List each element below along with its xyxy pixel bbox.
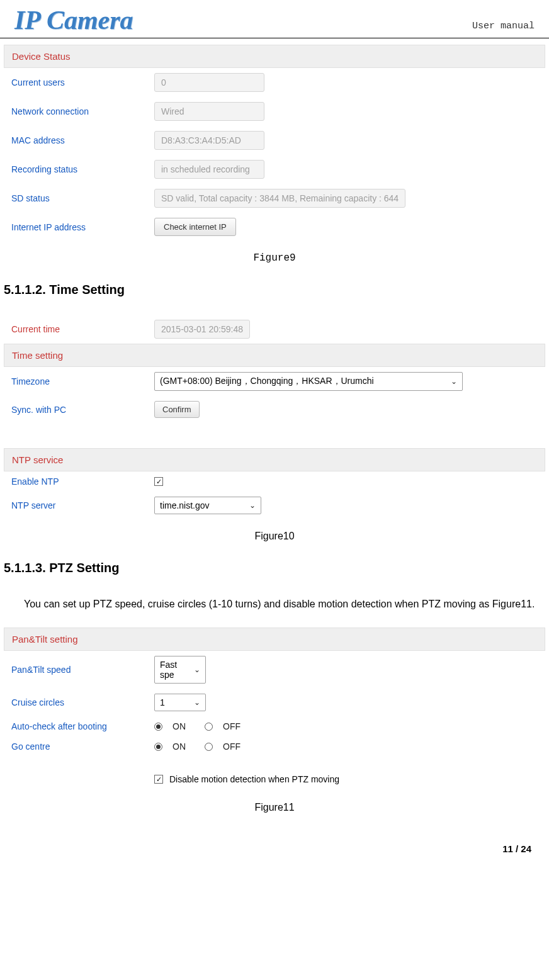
row-pantilt-speed: Pan&Tilt speed Fast spe ⌄ xyxy=(4,651,545,689)
radio-label: ON xyxy=(173,721,186,731)
select-value: 1 xyxy=(160,697,165,707)
time-setting-panel: Current time 2015-03-01 20:59:48 Time se… xyxy=(4,315,545,519)
confirm-button[interactable]: Confirm xyxy=(154,401,200,418)
row-network-connection: Network connection Wired xyxy=(4,97,545,126)
header-label: User manual xyxy=(472,21,535,35)
row-cruise-circles: Cruise circles 1 ⌄ xyxy=(4,689,545,716)
label: Recording status xyxy=(6,164,154,174)
heading-ptz-setting: 5.1.1.3. PTZ Setting xyxy=(4,561,545,575)
row-recording-status: Recording status in scheduled recording xyxy=(4,155,545,184)
figure9-caption: Figure9 xyxy=(4,252,545,264)
label: MAC address xyxy=(6,135,154,145)
label: Current users xyxy=(6,77,154,87)
timezone-select[interactable]: (GMT+08:00) Beijing，Chongqing，HKSAR，Urum… xyxy=(154,372,463,391)
label: Go centre xyxy=(6,741,154,752)
cruise-select[interactable]: 1 ⌄ xyxy=(154,694,206,711)
value-input: SD valid, Total capacity : 3844 MB, Rema… xyxy=(154,189,405,208)
select-value: Fast spe xyxy=(160,660,189,680)
ntp-server-select[interactable]: time.nist.gov ⌄ xyxy=(154,497,261,514)
figure11-caption: Figure11 xyxy=(4,802,545,813)
label: Internet IP address xyxy=(6,222,154,232)
row-sd-status: SD status SD valid, Total capacity : 384… xyxy=(4,184,545,213)
section-title: Device Status xyxy=(4,45,545,68)
row-mac-address: MAC address D8:A3:C3:A4:D5:AD xyxy=(4,126,545,155)
logo: IP Camera xyxy=(14,5,133,35)
enable-ntp-checkbox[interactable]: ✓ xyxy=(154,477,163,486)
gocentre-on-radio[interactable] xyxy=(154,743,162,751)
row-current-users: Current users 0 xyxy=(4,68,545,97)
page-header: IP Camera User manual xyxy=(0,0,549,38)
speed-select[interactable]: Fast spe ⌄ xyxy=(154,656,206,684)
radio-label: OFF xyxy=(223,721,241,731)
label: Pan&Tilt speed xyxy=(6,665,154,675)
label: Auto-check after booting xyxy=(6,721,154,731)
section-title: Pan&Tilt setting xyxy=(4,628,545,651)
label: SD status xyxy=(6,193,154,203)
section-title: Time setting xyxy=(4,344,545,367)
label: Timezone xyxy=(6,376,154,386)
chevron-down-icon: ⌄ xyxy=(249,501,256,510)
value-input: Wired xyxy=(154,102,264,121)
row-internet-ip: Internet IP address Check internet IP xyxy=(4,213,545,241)
row-ntp-server: NTP server time.nist.gov ⌄ xyxy=(4,492,545,519)
pan-tilt-panel: Pan&Tilt setting Pan&Tilt speed Fast spe… xyxy=(4,628,545,791)
figure10-caption: Figure10 xyxy=(4,531,545,542)
radio-label: OFF xyxy=(223,741,241,752)
value-input: in scheduled recording xyxy=(154,160,264,179)
page-number: 11 / 24 xyxy=(0,832,549,860)
chevron-down-icon: ⌄ xyxy=(194,665,200,674)
row-sync-pc: Sync. with PC Confirm xyxy=(4,396,545,423)
heading-time-setting: 5.1.1.2. Time Setting xyxy=(4,283,545,297)
value-input: D8:A3:C3:A4:D5:AD xyxy=(154,131,264,150)
label: Current time xyxy=(6,324,154,334)
chevron-down-icon: ⌄ xyxy=(194,698,200,707)
check-internet-ip-button[interactable]: Check internet IP xyxy=(154,218,236,236)
row-current-time: Current time 2015-03-01 20:59:48 xyxy=(4,315,545,344)
value-input: 2015-03-01 20:59:48 xyxy=(154,320,250,339)
label: Cruise circles xyxy=(6,697,154,707)
row-auto-check: Auto-check after booting ON OFF xyxy=(4,716,545,736)
device-status-panel: Device Status Current users 0 Network co… xyxy=(4,45,545,241)
label: NTP server xyxy=(6,500,154,510)
disable-motion-checkbox[interactable]: ✓ xyxy=(154,775,163,784)
row-go-centre: Go centre ON OFF xyxy=(4,736,545,757)
row-enable-ntp: Enable NTP ✓ xyxy=(4,471,545,492)
ptz-description: You can set up PTZ speed, cruise circles… xyxy=(4,593,545,615)
radio-label: ON xyxy=(173,741,186,752)
select-value: (GMT+08:00) Beijing，Chongqing，HKSAR，Urum… xyxy=(160,376,374,387)
row-timezone: Timezone (GMT+08:00) Beijing，Chongqing，H… xyxy=(4,367,545,396)
value-input: 0 xyxy=(154,73,264,92)
row-disable-motion: ✓ Disable motion detection when PTZ movi… xyxy=(152,757,545,791)
checkbox-label: Disable motion detection when PTZ moving xyxy=(169,774,339,784)
label: Network connection xyxy=(6,106,154,116)
section-title: NTP service xyxy=(4,448,545,471)
select-value: time.nist.gov xyxy=(160,500,210,510)
label: Sync. with PC xyxy=(6,405,154,415)
autocheck-off-radio[interactable] xyxy=(205,723,213,731)
label: Enable NTP xyxy=(6,476,154,487)
chevron-down-icon: ⌄ xyxy=(451,377,457,386)
gocentre-off-radio[interactable] xyxy=(205,743,213,751)
autocheck-on-radio[interactable] xyxy=(154,723,162,731)
